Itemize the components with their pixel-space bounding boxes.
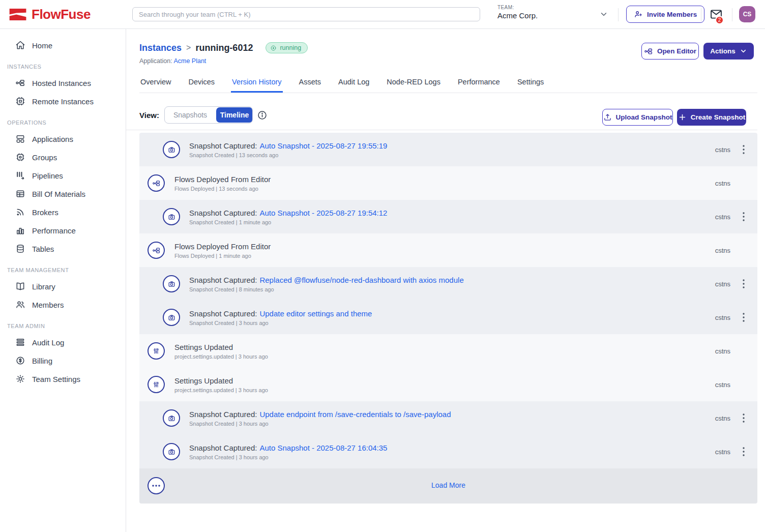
snapshot-link[interactable]: Update endpoint from /save-credentials t…	[259, 410, 451, 419]
sidebar-item-label: Members	[32, 301, 64, 309]
sidebar-item-brokers[interactable]: Brokers	[0, 203, 126, 221]
info-icon[interactable]	[257, 110, 268, 121]
sidebar-section-team-admin: TEAM ADMIN	[0, 314, 126, 333]
upload-snapshot-button[interactable]: Upload Snapshot	[602, 109, 673, 126]
view-label: View:	[139, 111, 159, 120]
breadcrumb-separator: >	[186, 43, 191, 52]
view-toggle-snapshots[interactable]: Snapshots	[165, 107, 216, 123]
team-label: TEAM:	[497, 5, 538, 10]
tab-audit-log[interactable]: Audit Log	[337, 75, 370, 93]
sliders-icon	[148, 376, 165, 393]
row-title-prefix: Snapshot Captured:	[189, 309, 257, 318]
sidebar-item-billing[interactable]: Billing	[0, 351, 126, 370]
sidebar-item-tables[interactable]: Tables	[0, 240, 126, 258]
load-more-button[interactable]: Load More	[139, 481, 757, 489]
application-link[interactable]: Acme Plant	[173, 57, 206, 65]
row-meta: Snapshot Created | 1 minute ago	[189, 219, 387, 225]
kebab-menu-icon[interactable]	[738, 445, 750, 459]
sidebar-item-home[interactable]: Home	[0, 36, 126, 54]
chevron-down-icon[interactable]	[599, 10, 608, 19]
sidebar-item-bill-of-materials[interactable]: Bill Of Materials	[0, 185, 126, 203]
node-icon	[148, 242, 165, 259]
tab-assets[interactable]: Assets	[298, 75, 322, 93]
sidebar-item-hosted-instances[interactable]: Hosted Instances	[0, 74, 126, 92]
sidebar-item-applications[interactable]: Applications	[0, 130, 126, 148]
sidebar-item-team-settings[interactable]: Team Settings	[0, 370, 126, 388]
sidebar-item-remote-instances[interactable]: Remote Instances	[0, 92, 126, 110]
tab-node-red-logs[interactable]: Node-RED Logs	[386, 75, 442, 93]
tab-devices[interactable]: Devices	[187, 75, 216, 93]
sidebar: Home INSTANCES Hosted Instances Remote I…	[0, 29, 126, 532]
sidebar-item-groups[interactable]: Groups	[0, 148, 126, 166]
sidebar-item-label: Groups	[32, 153, 57, 162]
timeline-row-snapshot: Snapshot Captured:Update endpoint from /…	[139, 401, 757, 435]
kebab-menu-icon[interactable]	[738, 310, 750, 324]
bar-chart-icon	[15, 225, 25, 235]
search-input[interactable]	[132, 7, 480, 21]
row-owner: cstns	[715, 347, 730, 355]
book-icon	[15, 281, 25, 291]
timeline-row-snapshot: Snapshot Captured:Update editor settings…	[139, 301, 757, 334]
tab-performance[interactable]: Performance	[457, 75, 501, 93]
sidebar-item-members[interactable]: Members	[0, 295, 126, 314]
main-content: Instances > running-6012 running Applica…	[126, 29, 765, 532]
sidebar-item-label: Team Settings	[32, 375, 80, 383]
kebab-menu-icon[interactable]	[738, 210, 750, 224]
row-meta: project.settings.updated | 3 hours ago	[174, 387, 268, 393]
sidebar-item-label: Remote Instances	[32, 97, 94, 106]
node-icon	[644, 47, 653, 56]
row-owner: cstns	[715, 180, 730, 187]
row-owner: cstns	[715, 213, 730, 221]
row-owner: cstns	[715, 448, 730, 456]
timeline-row-load-more: Load More	[139, 468, 757, 504]
kebab-menu-icon[interactable]	[738, 142, 750, 157]
tab-version-history[interactable]: Version History	[231, 75, 283, 93]
divider	[701, 8, 701, 21]
kebab-menu-icon[interactable]	[738, 411, 750, 425]
row-meta: Flows Deployed | 13 seconds ago	[174, 186, 271, 192]
tab-settings[interactable]: Settings	[516, 75, 545, 93]
camera-icon	[163, 309, 180, 326]
create-snapshot-button[interactable]: Create Snapshot	[677, 109, 746, 126]
open-editor-button[interactable]: Open Editor	[641, 43, 699, 60]
avatar[interactable]: CS	[739, 6, 755, 22]
tab-overview[interactable]: Overview	[139, 75, 172, 93]
actions-button[interactable]: Actions	[703, 43, 754, 60]
row-owner: cstns	[715, 415, 730, 422]
timeline-row-snapshot: Snapshot Captured:Replaced @flowfuse/nod…	[139, 267, 757, 301]
gear-icon	[15, 374, 25, 384]
timeline-row-settings: Settings Updated project.settings.update…	[139, 368, 757, 401]
upload-snapshot-label: Upload Snapshot	[616, 113, 672, 121]
actions-label: Actions	[710, 47, 735, 55]
snapshot-link[interactable]: Auto Snapshot - 2025-08-27 19:54:12	[259, 209, 387, 217]
timeline-list: Snapshot Captured:Auto Snapshot - 2025-0…	[139, 133, 757, 504]
row-owner: cstns	[715, 146, 730, 154]
sidebar-item-label: Applications	[32, 135, 73, 143]
sidebar-item-audit-log[interactable]: Audit Log	[0, 333, 126, 351]
flowfuse-logo[interactable]: FlowFuse	[9, 7, 91, 22]
view-toggle-timeline[interactable]: Timeline	[216, 107, 253, 123]
sidebar-item-label: Pipelines	[32, 171, 63, 180]
snapshot-link[interactable]: Auto Snapshot - 2025-08-27 19:55:19	[259, 141, 387, 150]
chevron-down-icon	[740, 47, 747, 55]
row-owner: cstns	[715, 280, 730, 288]
snapshot-link[interactable]: Replaced @flowfuse/node-red-dashboard wi…	[259, 276, 463, 284]
snapshot-link[interactable]: Auto Snapshot - 2025-08-27 16:04:35	[259, 444, 387, 452]
team-selector[interactable]: TEAM: Acme Corp.	[497, 5, 538, 20]
divider	[618, 8, 619, 21]
plus-icon	[678, 113, 687, 122]
sidebar-item-performance[interactable]: Performance	[0, 221, 126, 240]
row-title: Flows Deployed From Editor	[174, 242, 271, 251]
sidebar-item-label: Tables	[32, 245, 54, 253]
row-title-prefix: Snapshot Captured:	[189, 410, 257, 419]
snapshot-link[interactable]: Update editor settings and theme	[259, 309, 372, 318]
timeline-row-snapshot: Snapshot Captured:Auto Snapshot - 2025-0…	[139, 133, 757, 166]
row-meta: Snapshot Created | 13 seconds ago	[189, 152, 387, 158]
kebab-menu-icon[interactable]	[738, 277, 750, 291]
invite-members-button[interactable]: Invite Members	[626, 6, 704, 23]
sidebar-item-library[interactable]: Library	[0, 277, 126, 295]
tab-bar: Overview Devices Version History Assets …	[139, 75, 757, 93]
breadcrumb-instances-link[interactable]: Instances	[139, 43, 182, 53]
sidebar-item-pipelines[interactable]: Pipelines	[0, 166, 126, 185]
top-bar: FlowFuse TEAM: Acme Corp. Invite Members…	[0, 0, 765, 29]
